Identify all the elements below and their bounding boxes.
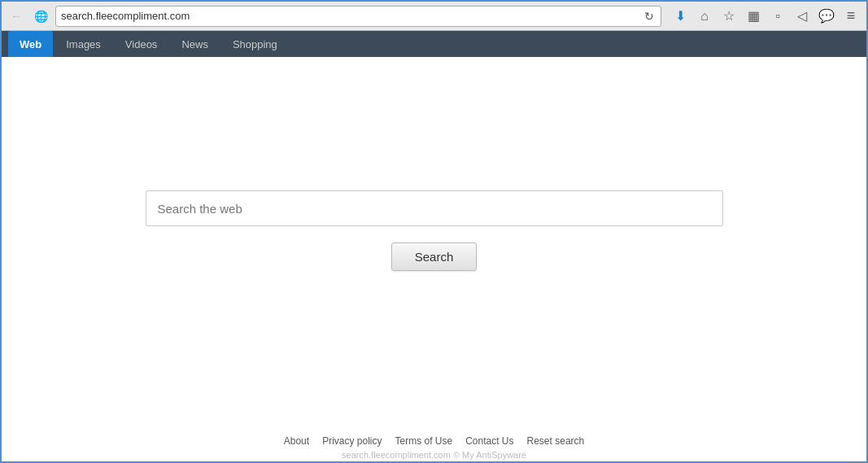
pocket-icon[interactable]: ▫	[767, 6, 788, 27]
home-icon[interactable]: ⌂	[694, 6, 715, 27]
tab-videos[interactable]: Videos	[114, 31, 169, 57]
bookmark-icon[interactable]: ☆	[718, 6, 739, 27]
tab-bar: Web Images Videos News Shopping	[2, 31, 866, 57]
menu-icon[interactable]: ≡	[840, 6, 861, 27]
download-icon[interactable]: ⬇	[670, 6, 691, 27]
footer-terms[interactable]: Terms of Use	[395, 435, 452, 447]
chat-icon[interactable]: 💬	[816, 6, 837, 27]
tab-web[interactable]: Web	[8, 31, 53, 57]
reload-button[interactable]: ↻	[643, 8, 656, 24]
search-container: Search	[146, 190, 723, 271]
footer-about[interactable]: About	[284, 435, 309, 447]
search-input[interactable]	[146, 190, 723, 226]
globe-button[interactable]: 🌐	[31, 7, 50, 26]
send-icon[interactable]: ◁	[792, 6, 813, 27]
address-input[interactable]	[61, 10, 639, 22]
footer-contact[interactable]: Contact Us	[465, 435, 513, 447]
page-content: Search About Privacy policy Terms of Use…	[2, 57, 866, 461]
footer-privacy[interactable]: Privacy policy	[322, 435, 382, 447]
tab-shopping[interactable]: Shopping	[221, 31, 289, 57]
reader-icon[interactable]: ▦	[743, 6, 764, 27]
footer-links: About Privacy policy Terms of Use Contac…	[284, 435, 584, 447]
search-button[interactable]: Search	[391, 242, 478, 271]
nav-bar: ← 🌐 ↻ ⬇ ⌂ ☆ ▦ ▫ ◁ 💬 ≡	[2, 2, 866, 31]
address-bar-container: ↻	[55, 6, 661, 27]
toolbar-icons: ⬇ ⌂ ☆ ▦ ▫ ◁ 💬 ≡	[670, 6, 861, 27]
tab-images[interactable]: Images	[55, 31, 112, 57]
watermark: search.fleecompliment.com © My AntiSpywa…	[342, 450, 526, 460]
browser-frame: ← 🌐 ↻ ⬇ ⌂ ☆ ▦ ▫ ◁ 💬 ≡ Web Images Videos …	[0, 0, 868, 463]
back-button[interactable]: ←	[7, 7, 26, 26]
tab-news[interactable]: News	[170, 31, 220, 57]
footer-reset[interactable]: Reset search	[527, 435, 585, 447]
